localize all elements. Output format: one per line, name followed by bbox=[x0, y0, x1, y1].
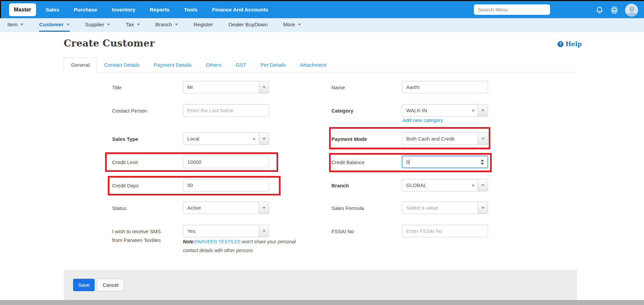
category-select[interactable]: WALK-IN × bbox=[402, 104, 488, 117]
chevron-down-icon bbox=[262, 207, 266, 209]
status-select[interactable]: Active bbox=[183, 202, 269, 214]
chevron-down-icon bbox=[262, 230, 266, 232]
chevron-down-icon bbox=[481, 110, 485, 112]
chevron-down-icon bbox=[107, 24, 110, 26]
sms-note-prefix: Note: bbox=[183, 239, 195, 244]
chevron-down-icon bbox=[175, 24, 178, 26]
tab-general[interactable]: General bbox=[64, 58, 97, 72]
dropdown-caret-button[interactable] bbox=[259, 202, 269, 214]
name-label: Name bbox=[331, 84, 345, 91]
text-cursor bbox=[409, 159, 410, 165]
dropdown-caret-button[interactable] bbox=[478, 202, 488, 214]
dropdown-caret-button[interactable] bbox=[259, 225, 269, 237]
dropdown-caret-button[interactable] bbox=[478, 133, 488, 145]
nav-sales[interactable]: Sales bbox=[46, 7, 60, 13]
search-input[interactable] bbox=[474, 4, 550, 15]
nav-tools[interactable]: Tools bbox=[184, 7, 197, 13]
tab-attachment[interactable]: Attachment bbox=[293, 58, 333, 72]
sales-formula-select[interactable]: Select a value bbox=[402, 202, 488, 214]
top-nav-items: Sales Purchase Inventory Reports Tools F… bbox=[46, 7, 268, 13]
add-new-category-link[interactable]: Add new category bbox=[402, 117, 443, 123]
title-select-value: Mr bbox=[183, 84, 259, 90]
subnav-item-label: Supplier bbox=[85, 22, 104, 28]
payment-mode-select[interactable]: Both Cash and Credit bbox=[402, 132, 488, 145]
credit-balance-input[interactable]: 0 bbox=[402, 156, 488, 168]
name-input[interactable] bbox=[402, 81, 488, 93]
sales-type-select[interactable]: Local × bbox=[183, 132, 269, 145]
branch-select[interactable]: GLOBAL × bbox=[402, 179, 488, 191]
nav-purchase[interactable]: Purchase bbox=[74, 7, 97, 13]
chevron-down-icon bbox=[262, 86, 266, 88]
subnav-item-tax[interactable]: Tax bbox=[126, 18, 140, 32]
printer-icon[interactable] bbox=[610, 6, 618, 14]
fssai-input[interactable] bbox=[402, 225, 488, 237]
tab-contact-details[interactable]: Contact Details bbox=[97, 58, 147, 72]
sales-formula-placeholder: Select a value bbox=[402, 205, 478, 211]
contact-person-input[interactable] bbox=[183, 104, 269, 117]
help-label: Help bbox=[566, 40, 582, 48]
form-tabs: General Contact Details Payment Details … bbox=[64, 58, 577, 72]
cancel-button[interactable]: Cancel bbox=[97, 279, 124, 291]
subnav-item-label: Customer bbox=[39, 22, 63, 28]
credit-days-input[interactable] bbox=[183, 179, 269, 191]
sales-type-label: Sales Type bbox=[112, 136, 138, 142]
chevron-down-icon bbox=[20, 24, 24, 26]
sales-type-select-value: Local bbox=[183, 136, 250, 142]
subnav-item-label: Item bbox=[7, 22, 18, 28]
contact-person-label: Contact Person bbox=[112, 108, 147, 114]
category-select-value: WALK-IN bbox=[402, 108, 469, 113]
save-button[interactable]: Save bbox=[73, 279, 95, 291]
clear-icon[interactable]: × bbox=[469, 108, 478, 113]
clear-icon[interactable]: × bbox=[469, 182, 478, 188]
spinner-down-icon[interactable] bbox=[481, 163, 484, 165]
footer-action-bar: Save Cancel bbox=[64, 270, 577, 300]
spinner-up-icon[interactable] bbox=[481, 159, 484, 161]
subnav-item-label: More bbox=[283, 22, 295, 28]
page-title: Create Customer bbox=[64, 38, 155, 49]
subnav-item-supplier[interactable]: Supplier bbox=[85, 18, 110, 32]
tab-gst[interactable]: GST bbox=[229, 58, 254, 72]
nav-inventory[interactable]: Inventory bbox=[112, 7, 135, 13]
bell-icon[interactable] bbox=[595, 6, 604, 14]
tab-payment-details[interactable]: Payment Details bbox=[147, 58, 199, 72]
payment-mode-select-value: Both Cash and Credit bbox=[402, 136, 478, 142]
title-select[interactable]: Mr bbox=[183, 81, 269, 93]
sms-note-brand: PARVEEN TEXTILES bbox=[195, 239, 241, 244]
dropdown-caret-button[interactable] bbox=[478, 104, 488, 116]
nav-reports[interactable]: Reports bbox=[150, 7, 170, 13]
sms-optin-select[interactable]: Yes bbox=[183, 225, 269, 237]
subnav-item-register[interactable]: Register bbox=[194, 18, 213, 32]
branch-label: Branch bbox=[331, 182, 349, 189]
sms-note-rest: won't share your personal bbox=[240, 239, 296, 244]
tab-others[interactable]: Others bbox=[199, 58, 229, 72]
subnav-item-more[interactable]: More bbox=[283, 18, 301, 32]
subnav-item-label: Dealer BuyDown bbox=[228, 22, 267, 28]
nav-finance-accounts[interactable]: Finance And Accounts bbox=[212, 7, 268, 13]
chevron-down-icon bbox=[137, 24, 140, 26]
dropdown-caret-button[interactable] bbox=[259, 133, 269, 145]
subnav-item-label: Branch bbox=[156, 22, 172, 28]
dropdown-caret-button[interactable] bbox=[259, 81, 269, 93]
credit-limit-label: Credit Limit bbox=[112, 159, 138, 165]
subnav-item-branch[interactable]: Branch bbox=[156, 18, 178, 32]
number-spinner bbox=[481, 156, 484, 167]
fssai-label: FSSAI No bbox=[331, 228, 354, 235]
module-navbar: Item Customer Supplier Tax Branch Regist… bbox=[0, 18, 644, 32]
nav-master[interactable]: Master bbox=[9, 3, 36, 16]
credit-limit-input[interactable] bbox=[183, 156, 269, 168]
chevron-down-icon bbox=[481, 184, 485, 186]
help-link[interactable]: ? Help bbox=[557, 40, 582, 48]
subnav-item-item[interactable]: Item bbox=[7, 18, 24, 32]
bottom-scrollbar-strip[interactable] bbox=[0, 300, 644, 305]
user-avatar[interactable] bbox=[625, 4, 638, 17]
chevron-down-icon bbox=[481, 207, 485, 209]
subnav-item-label: Register bbox=[194, 22, 213, 28]
sms-note-line1: Note:PARVEEN TEXTILES won't share your p… bbox=[183, 239, 296, 244]
subnav-item-customer[interactable]: Customer bbox=[39, 18, 69, 32]
clear-icon[interactable]: × bbox=[250, 136, 259, 142]
avatar-head-shape bbox=[629, 6, 635, 12]
tab-pet-details[interactable]: Pet Details bbox=[254, 58, 293, 72]
subnav-item-dealer-buydown[interactable]: Dealer BuyDown bbox=[228, 18, 267, 32]
dropdown-caret-button[interactable] bbox=[478, 179, 488, 191]
payment-mode-label: Payment Mode bbox=[331, 136, 367, 142]
